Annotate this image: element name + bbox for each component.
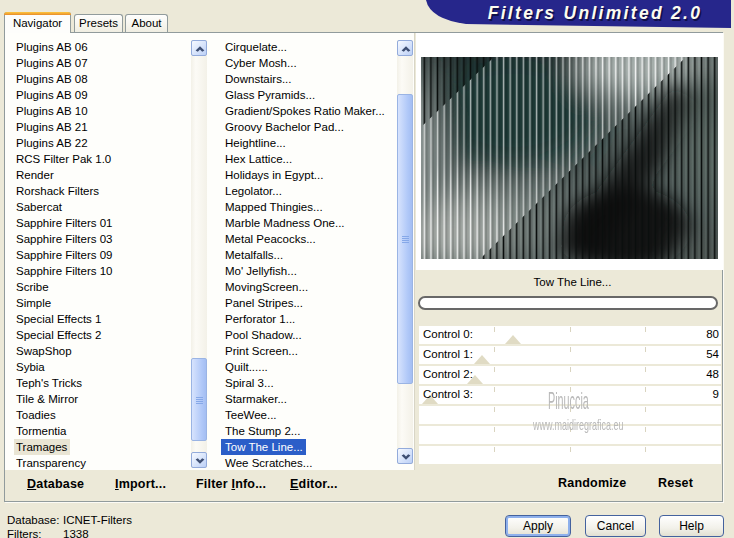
svg-text:Filters Unlimited 2.0: Filters Unlimited 2.0 [488,3,703,23]
